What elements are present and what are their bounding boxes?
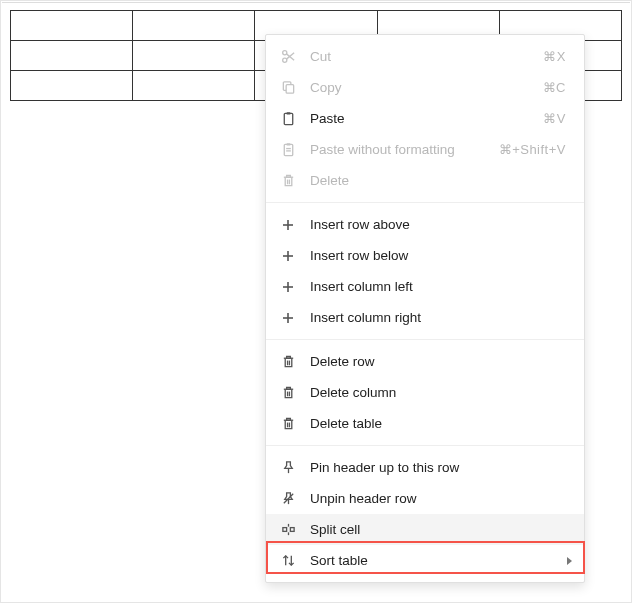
menu-item-label: Delete table <box>310 416 566 431</box>
menu-item-sort-table[interactable]: Sort table <box>266 545 584 576</box>
menu-item-shortcut: ⌘V <box>543 111 566 126</box>
split-cell-icon <box>280 522 296 538</box>
menu-item-unpin-header[interactable]: Unpin header row <box>266 483 584 514</box>
menu-separator <box>266 202 584 203</box>
table-cell[interactable] <box>133 41 255 71</box>
menu-item-copy[interactable]: Copy ⌘C <box>266 72 584 103</box>
menu-item-delete-row[interactable]: Delete row <box>266 346 584 377</box>
svg-line-2 <box>286 54 294 60</box>
plus-icon <box>280 310 296 326</box>
table-cell[interactable] <box>133 11 255 41</box>
trash-icon <box>280 416 296 432</box>
menu-item-delete-table[interactable]: Delete table <box>266 408 584 439</box>
context-menu: Cut ⌘X Copy ⌘C Paste ⌘V <box>265 34 585 583</box>
menu-item-label: Insert column left <box>310 279 566 294</box>
scissors-icon <box>280 49 296 65</box>
clipboard-plain-icon <box>280 142 296 158</box>
menu-item-label: Split cell <box>310 522 566 537</box>
svg-rect-32 <box>290 528 294 532</box>
menu-item-label: Insert row below <box>310 248 566 263</box>
menu-separator <box>266 339 584 340</box>
document-top-rule <box>2 2 630 3</box>
menu-item-shortcut: ⌘+Shift+V <box>499 142 566 157</box>
menu-item-label: Paste without formatting <box>310 142 499 157</box>
svg-rect-5 <box>286 85 294 93</box>
menu-item-label: Cut <box>310 49 543 64</box>
clipboard-icon <box>280 111 296 127</box>
menu-item-label: Pin header up to this row <box>310 460 566 475</box>
menu-item-label: Copy <box>310 80 543 95</box>
svg-line-3 <box>286 53 294 59</box>
menu-item-insert-column-left[interactable]: Insert column left <box>266 271 584 302</box>
table-cell[interactable] <box>133 71 255 101</box>
menu-item-label: Insert row above <box>310 217 566 232</box>
menu-item-label: Delete row <box>310 354 566 369</box>
plus-icon <box>280 217 296 233</box>
trash-icon <box>280 173 296 189</box>
svg-rect-7 <box>286 112 290 114</box>
menu-item-label: Unpin header row <box>310 491 566 506</box>
copy-icon <box>280 80 296 96</box>
menu-item-paste-without-formatting[interactable]: Paste without formatting ⌘+Shift+V <box>266 134 584 165</box>
menu-item-insert-row-below[interactable]: Insert row below <box>266 240 584 271</box>
table-cell[interactable] <box>11 71 133 101</box>
sort-icon <box>280 553 296 569</box>
plus-icon <box>280 279 296 295</box>
menu-item-label: Paste <box>310 111 543 126</box>
plus-icon <box>280 248 296 264</box>
menu-item-label: Sort table <box>310 553 566 568</box>
menu-item-cut[interactable]: Cut ⌘X <box>266 41 584 72</box>
menu-item-label: Delete column <box>310 385 566 400</box>
menu-item-split-cell[interactable]: Split cell <box>266 514 584 545</box>
trash-icon <box>280 354 296 370</box>
menu-item-shortcut: ⌘X <box>543 49 566 64</box>
table-cell[interactable] <box>11 11 133 41</box>
unpin-icon <box>280 491 296 507</box>
menu-item-shortcut: ⌘C <box>543 80 566 95</box>
menu-item-delete[interactable]: Delete <box>266 165 584 196</box>
trash-icon <box>280 385 296 401</box>
menu-item-paste[interactable]: Paste ⌘V <box>266 103 584 134</box>
table-cell[interactable] <box>11 41 133 71</box>
menu-item-label: Insert column right <box>310 310 566 325</box>
pin-icon <box>280 460 296 476</box>
menu-item-delete-column[interactable]: Delete column <box>266 377 584 408</box>
svg-rect-9 <box>286 143 290 145</box>
menu-item-insert-column-right[interactable]: Insert column right <box>266 302 584 333</box>
svg-rect-31 <box>282 528 286 532</box>
menu-separator <box>266 445 584 446</box>
menu-item-label: Delete <box>310 173 566 188</box>
svg-rect-8 <box>284 144 292 155</box>
svg-rect-6 <box>284 113 292 124</box>
menu-item-pin-header[interactable]: Pin header up to this row <box>266 452 584 483</box>
menu-item-insert-row-above[interactable]: Insert row above <box>266 209 584 240</box>
